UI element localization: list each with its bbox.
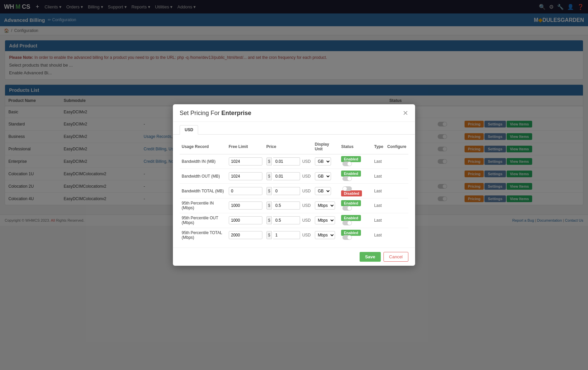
price-input[interactable] [273,201,300,210]
pricing-table: Usage Record Free Limit Price Display Un… [180,140,408,226]
unit-select[interactable]: MbpsKbpsGbps [315,216,335,224]
configure-cell [385,213,408,226]
modal-toggle[interactable] [342,161,352,166]
price-prefix: $ [266,172,272,180]
free-limit-input[interactable] [229,201,262,210]
price-prefix: $ [266,216,272,224]
price-prefix: $ [266,187,272,195]
unit-select[interactable]: GBMBKB [315,172,331,180]
free-limit-input[interactable] [229,157,262,165]
currency-label: USD [302,174,310,179]
configure-cell [385,198,408,213]
free-limit-input[interactable] [229,187,262,195]
unit-cell: MbpsKbpsGbps [313,213,339,226]
pricing-row: 95th Percentile OUT (Mbps) $ USD MbpsKbp… [180,213,408,226]
configure-cell [385,154,408,169]
type-cell: Last [372,169,385,184]
usage-record-label: Bandwidth TOTAL (MB) [180,184,227,198]
type-label: Last [374,189,382,193]
modal-toggle[interactable] [342,221,352,225]
unit-select[interactable]: MbpsKbpsGbps [315,201,335,210]
col-free-limit: Free Limit [227,140,264,154]
modal-status-badge: Disabled [341,190,362,196]
pricing-table-header: Usage Record Free Limit Price Display Un… [180,140,408,154]
modal-toggle[interactable] [342,176,352,181]
modal-status-badge: Enabled [341,215,361,221]
tab-usd[interactable]: USD [180,125,198,135]
pricing-row: 95th Percentile IN (Mbps) $ USD MbpsKbps… [180,198,408,213]
price-input[interactable] [273,216,300,224]
type-cell: Last [372,213,385,226]
free-limit-cell [227,213,264,226]
unit-select[interactable]: GBMBKB [315,157,331,165]
col-usage-record: Usage Record [180,140,227,154]
modal-status-badge: Enabled [341,156,361,162]
modal-status-cell: Enabled [339,213,372,226]
modal-body: Usage Record Free Limit Price Display Un… [173,135,415,226]
price-input[interactable] [273,187,300,195]
free-limit-cell [227,169,264,184]
price-input[interactable] [273,157,300,165]
modal-status-cell: Enabled [339,198,372,213]
free-limit-cell [227,154,264,169]
pricing-tbody: Bandwidth IN (MB) $ USD GBMBKBEnabled La… [180,154,408,226]
price-cell: $ USD [264,184,313,198]
configure-cell [385,169,408,184]
free-limit-cell [227,184,264,198]
usage-record-label: Bandwidth IN (MB) [180,154,227,169]
modal-title-prefix: Set Pricing For [180,110,220,116]
col-type: Type [372,140,385,154]
price-prefix: $ [266,157,272,165]
modal-status-cell: Enabled [339,154,372,169]
col-configure: Configure [385,140,408,154]
type-cell: Last [372,198,385,213]
price-cell: $ USD [264,154,313,169]
col-modal-status: Status [339,140,372,154]
modal-status-cell: Disabled [339,184,372,198]
type-cell: Last [372,184,385,198]
modal-toggle[interactable] [342,206,352,211]
currency-label: USD [302,159,310,164]
price-cell: $ USD [264,213,313,226]
price-prefix: $ [266,201,272,210]
modal-toggle-off[interactable] [342,186,352,191]
type-label: Last [374,159,382,164]
free-limit-input[interactable] [229,172,262,180]
unit-select[interactable]: GBMBKB [315,187,331,195]
pricing-row: Bandwidth TOTAL (MB) $ USD GBMBKB Disabl… [180,184,408,198]
modal-status-cell: Enabled [339,169,372,184]
modal-status-badge: Enabled [341,200,361,206]
unit-cell: GBMBKB [313,184,339,198]
col-price: Price [264,140,313,154]
modal-tabs: USD [173,122,415,135]
free-limit-input[interactable] [229,216,262,224]
unit-cell: GBMBKB [313,169,339,184]
usage-record-label: Bandwidth OUT (MB) [180,169,227,184]
free-limit-cell [227,198,264,213]
type-cell: Last [372,154,385,169]
type-label: Last [374,218,382,223]
currency-label: USD [302,218,310,223]
pricing-row: Bandwidth IN (MB) $ USD GBMBKBEnabled La… [180,154,408,169]
type-label: Last [374,174,382,179]
usage-record-label: 95th Percentile IN (Mbps) [180,198,227,213]
modal-status-badge: Enabled [341,171,361,177]
pricing-row: Bandwidth OUT (MB) $ USD GBMBKBEnabled L… [180,169,408,184]
currency-label: USD [302,189,310,193]
pricing-modal: Set Pricing For Enterprise ✕ USD Usage R… [173,104,415,226]
price-cell: $ USD [264,169,313,184]
modal-close-button[interactable]: ✕ [403,110,408,116]
col-display-unit: Display Unit [313,140,339,154]
unit-cell: MbpsKbpsGbps [313,198,339,213]
modal-title-product: Enterprise [221,110,251,116]
unit-cell: GBMBKB [313,154,339,169]
price-cell: $ USD [264,198,313,213]
configure-cell [385,184,408,198]
modal-header: Set Pricing For Enterprise ✕ [173,104,415,122]
modal-title: Set Pricing For Enterprise [180,110,251,117]
currency-label: USD [302,203,310,208]
usage-record-label: 95th Percentile OUT (Mbps) [180,213,227,226]
type-label: Last [374,203,382,208]
modal-overlay[interactable]: Set Pricing For Enterprise ✕ USD Usage R… [0,0,588,226]
price-input[interactable] [273,172,300,180]
